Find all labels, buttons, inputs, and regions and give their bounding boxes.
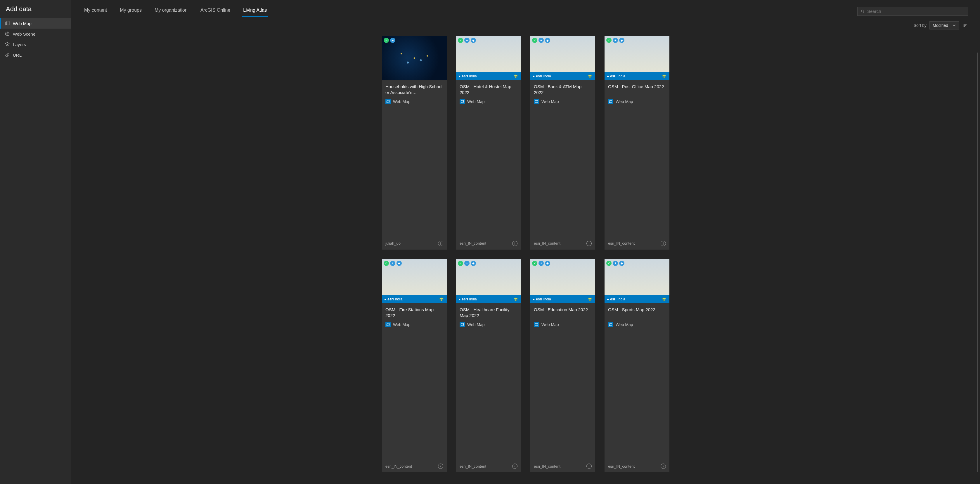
sidebar-item-web-scene[interactable]: Web Scene xyxy=(0,29,71,39)
authoritative-badge-icon: ✓ xyxy=(532,38,537,43)
result-card[interactable]: ✓ ✦ ◆ ● esri India xyxy=(605,259,670,473)
result-card[interactable]: ✓ ✦ ◆ ● esri India xyxy=(530,259,595,473)
web-map-type-icon xyxy=(534,322,539,327)
sidebar: Add data Web Map Web Scene Layers URL xyxy=(0,0,71,484)
result-card[interactable]: ✓ ✦ ◆ ● esri India xyxy=(456,36,521,249)
living-atlas-badge-icon: ✦ xyxy=(613,261,618,266)
web-map-type-icon xyxy=(608,322,613,327)
result-card[interactable]: ✓ ✦ ◆ ● esri India xyxy=(530,36,595,249)
card-thumbnail: ✓ ✦ ◆ ● esri India xyxy=(530,259,595,303)
sort-value: Modified xyxy=(933,23,948,28)
link-icon xyxy=(5,52,10,57)
svg-point-3 xyxy=(861,10,863,12)
card-thumbnail: ✓ ✦ ◆ ● esri India xyxy=(605,36,670,80)
info-button[interactable]: i xyxy=(661,241,666,246)
result-card[interactable]: ✓ ✦ ◆ ● esri India xyxy=(605,36,670,249)
sort-direction-button[interactable] xyxy=(962,22,968,29)
source-tabs: My content My groups My organization Arc… xyxy=(83,5,268,17)
brand-name: esri xyxy=(462,74,468,78)
web-map-type-icon xyxy=(385,99,391,104)
tab-my-organization[interactable]: My organization xyxy=(153,5,189,17)
result-card[interactable]: ✓ ✦ ◆ ● esri India xyxy=(382,259,447,473)
authoritative-badge-icon: ✓ xyxy=(458,38,463,43)
living-atlas-badge-icon: ✦ xyxy=(464,261,469,266)
brand-name: esri xyxy=(610,74,616,78)
scrollbar[interactable] xyxy=(977,52,978,472)
layers-stack-icon xyxy=(587,297,593,302)
info-button[interactable]: i xyxy=(512,241,517,246)
brand-logo-icon: ● xyxy=(384,297,386,301)
card-owner: esri_IN_content xyxy=(608,241,635,246)
main-panel: My content My groups My organization Arc… xyxy=(71,0,980,484)
globe-icon xyxy=(5,31,10,36)
card-thumbnail: ✓ ✦ ◆ ● esri India xyxy=(605,259,670,303)
chevron-down-icon xyxy=(953,24,956,27)
card-type-label: Web Map xyxy=(616,99,633,104)
tab-my-groups[interactable]: My groups xyxy=(119,5,143,17)
layers-stack-icon xyxy=(587,74,593,79)
authoritative-badge-icon: ✓ xyxy=(458,261,463,266)
subscriber-badge-icon: ◆ xyxy=(471,261,476,266)
card-type-label: Web Map xyxy=(541,99,559,104)
living-atlas-badge-icon: ✦ xyxy=(390,38,395,43)
sidebar-item-layers[interactable]: Layers xyxy=(0,39,71,50)
brand-region: India xyxy=(544,74,551,78)
brand-name: esri xyxy=(610,297,616,301)
card-type-label: Web Map xyxy=(393,99,410,104)
authoritative-badge-icon: ✓ xyxy=(383,38,389,43)
brand-logo-icon: ● xyxy=(533,74,535,78)
sidebar-item-web-map[interactable]: Web Map xyxy=(0,18,71,29)
subscriber-badge-icon: ◆ xyxy=(471,38,476,43)
layers-stack-icon xyxy=(661,74,667,79)
brand-name: esri xyxy=(536,297,542,301)
living-atlas-badge-icon: ✦ xyxy=(390,261,395,266)
results-grid: ✓ ✦ Households with High School or Assoc… xyxy=(71,30,980,484)
info-button[interactable]: i xyxy=(586,241,592,246)
search-field[interactable] xyxy=(857,7,968,16)
info-button[interactable]: i xyxy=(438,241,443,246)
layers-stack-icon xyxy=(661,297,667,302)
web-map-type-icon xyxy=(460,322,465,327)
info-button[interactable]: i xyxy=(661,463,666,469)
card-owner: esri_IN_content xyxy=(460,241,486,246)
map-icon xyxy=(5,21,10,26)
authoritative-badge-icon: ✓ xyxy=(532,261,537,266)
info-button[interactable]: i xyxy=(586,463,592,469)
thumbnail-brand-band: ● esri India xyxy=(382,295,447,303)
card-owner: esri_IN_content xyxy=(534,464,560,468)
info-button[interactable]: i xyxy=(512,463,517,469)
card-thumbnail: ✓ ✦ ◆ ● esri India xyxy=(456,259,521,303)
card-title: Households with High School or Associate… xyxy=(385,84,443,96)
web-map-type-icon xyxy=(608,99,613,104)
result-card[interactable]: ✓ ✦ Households with High School or Assoc… xyxy=(382,36,447,249)
card-owner: esri_IN_content xyxy=(534,241,560,246)
brand-name: esri xyxy=(462,297,468,301)
subscriber-badge-icon: ◆ xyxy=(396,261,402,266)
tab-arcgis-online[interactable]: ArcGIS Online xyxy=(199,5,231,17)
sidebar-item-label: Layers xyxy=(13,42,26,47)
web-map-type-icon xyxy=(534,99,539,104)
tab-my-content[interactable]: My content xyxy=(83,5,108,17)
brand-region: India xyxy=(469,297,477,301)
card-owner: esri_IN_content xyxy=(385,464,412,468)
sidebar-item-url[interactable]: URL xyxy=(0,50,71,60)
subscriber-badge-icon: ◆ xyxy=(545,38,550,43)
sort-label: Sort by xyxy=(914,23,926,28)
card-title: OSM - Hotel & Hostel Map 2022 xyxy=(460,84,517,96)
web-map-type-icon xyxy=(460,99,465,104)
brand-region: India xyxy=(618,297,625,301)
info-button[interactable]: i xyxy=(438,463,443,469)
card-thumbnail: ✓ ✦ xyxy=(382,36,447,80)
web-map-type-icon xyxy=(385,322,391,327)
layers-stack-icon xyxy=(439,297,444,302)
layers-icon xyxy=(5,42,10,47)
sort-select[interactable]: Modified xyxy=(929,21,959,30)
living-atlas-badge-icon: ✦ xyxy=(538,261,544,266)
result-card[interactable]: ✓ ✦ ◆ ● esri India xyxy=(456,259,521,473)
brand-logo-icon: ● xyxy=(458,74,460,78)
card-type-label: Web Map xyxy=(541,322,559,327)
tab-living-atlas[interactable]: Living Atlas xyxy=(242,5,268,17)
thumbnail-brand-band: ● esri India xyxy=(530,295,595,303)
brand-logo-icon: ● xyxy=(458,297,460,301)
search-input[interactable] xyxy=(867,9,965,14)
